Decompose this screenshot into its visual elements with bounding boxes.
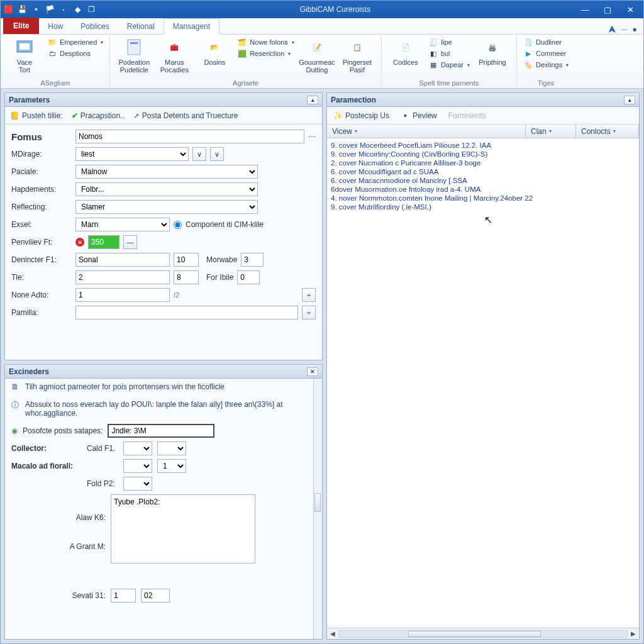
ribbon-reseriction-button[interactable]: 🟩Reseriction bbox=[237, 48, 294, 58]
macalo-select1[interactable] bbox=[123, 459, 152, 473]
morwabe-input[interactable] bbox=[241, 253, 264, 267]
close-panel-button[interactable]: ✕ bbox=[307, 367, 318, 376]
exsel-radio[interactable] bbox=[174, 221, 182, 229]
penviliev-input[interactable] bbox=[88, 235, 119, 249]
fomus-more-icon[interactable]: ⋯ bbox=[308, 132, 316, 141]
ribbon-gouurmeac-button[interactable]: 📝GouurmeacDutting bbox=[299, 37, 335, 74]
penviliev-label: Penviliev Ft: bbox=[11, 238, 72, 247]
collapse-button[interactable]: ▴ bbox=[624, 96, 635, 104]
paramtab-pusteh[interactable]: 📒Pusteh tillie: bbox=[10, 111, 63, 120]
paramtab-pracapstion[interactable]: ✔Pracapstion.. bbox=[72, 111, 125, 120]
forible-input[interactable] bbox=[237, 270, 260, 284]
ribbon-user-icon[interactable]: ⮝ bbox=[608, 25, 616, 34]
ribbon-tab-retional[interactable]: Retional bbox=[118, 19, 164, 34]
ribbon-desptions-button[interactable]: 🗀Desptions bbox=[47, 48, 103, 58]
excineders-scrollbar[interactable] bbox=[313, 379, 322, 639]
ribbon-dosins-button[interactable]: 📂Dosins bbox=[197, 37, 232, 66]
qat-dot-icon[interactable]: • bbox=[58, 4, 69, 14]
hapdements-label: Hapdements: bbox=[11, 185, 72, 194]
rtab-formnients[interactable]: Formnients bbox=[448, 111, 486, 120]
ribbon-vace-tort-button[interactable]: Vace Tort bbox=[7, 37, 42, 74]
check-icon: ✔ bbox=[72, 111, 78, 120]
ribbon-pingerset-button[interactable]: 📋PingersetPasif bbox=[340, 37, 375, 74]
rtab-peview[interactable]: ▪️Peview bbox=[401, 111, 437, 120]
scroll-left-icon[interactable]: ◀ bbox=[327, 630, 338, 637]
ribbon-min-icon[interactable]: — bbox=[621, 26, 627, 33]
ribbon-podeation-button[interactable]: PodeationPudeticle bbox=[116, 37, 152, 74]
denincter-input1[interactable] bbox=[75, 253, 170, 267]
horizontal-scrollbar[interactable]: ◀ ▶ bbox=[327, 628, 639, 639]
mdirage-select[interactable]: liest bbox=[75, 147, 189, 161]
sevati-input2[interactable] bbox=[141, 589, 170, 602]
list-item[interactable]: 6dover Musormation.oe fntoloay irad a-4.… bbox=[331, 185, 635, 194]
ribbon-marus-button[interactable]: 🧰MarusPocadies bbox=[157, 37, 192, 74]
qat-save-icon[interactable]: 💾 bbox=[17, 4, 27, 14]
ribbon-pripthing-button[interactable]: 🖨️Pripthing bbox=[475, 37, 510, 66]
tle-input1[interactable] bbox=[75, 270, 170, 284]
qat-flag-icon[interactable]: 🏳️ bbox=[45, 4, 55, 14]
penviliev-step[interactable]: — bbox=[123, 235, 137, 249]
list-item[interactable]: 6. cover Mcoudifligant ad c SUAA bbox=[331, 167, 635, 176]
column-headers: Vicew Clan Conlocts bbox=[327, 125, 639, 138]
ribbon-dudliner-button[interactable]: 🗒️Dudliner bbox=[523, 37, 569, 47]
results-list[interactable]: 9. covex Mocerbeed PocefLiam Piliouse 12… bbox=[327, 138, 639, 628]
pamilla-input[interactable] bbox=[75, 306, 298, 319]
cald-select1[interactable] bbox=[123, 441, 152, 455]
exsel-label: Exsel: bbox=[11, 220, 72, 229]
qat-doc-icon[interactable]: ▫️ bbox=[31, 4, 41, 14]
ribbon-codices-button[interactable]: 📄Codices bbox=[388, 37, 423, 66]
rtab-postecsip[interactable]: ✨Postecsip Us bbox=[333, 111, 389, 120]
excineders-header: Excineders ✕ bbox=[5, 365, 322, 379]
ribbon-emperiened-button[interactable]: 📁Emperiened bbox=[47, 37, 103, 47]
list-item[interactable]: 6. cover Macacnmodiore oi Manclny [.SSA bbox=[331, 176, 635, 185]
minimize-button[interactable]: — bbox=[574, 3, 596, 16]
close-button[interactable]: ✕ bbox=[619, 3, 641, 16]
ribbon-iipe-button[interactable]: 🧾Iipe bbox=[428, 37, 470, 47]
mdirage-extra2[interactable]: ∨ bbox=[210, 147, 224, 161]
denincter-input2[interactable] bbox=[174, 253, 199, 267]
ribbon-dexlings-button[interactable]: 🏷️Dexlings bbox=[523, 60, 569, 70]
ribbon-tab-file[interactable]: Elite bbox=[3, 18, 39, 34]
maximize-button[interactable]: ▢ bbox=[597, 3, 618, 16]
paciale-select[interactable]: Malnow bbox=[75, 165, 258, 179]
mdirage-extra1[interactable]: ∨ bbox=[192, 147, 206, 161]
scroll-right-icon[interactable]: ▶ bbox=[628, 630, 639, 637]
fold-select[interactable] bbox=[123, 477, 152, 491]
tle-input2[interactable] bbox=[174, 270, 199, 284]
ribbon-bul-button[interactable]: ◧bul bbox=[428, 48, 470, 58]
exsel-select[interactable]: Marn bbox=[75, 218, 170, 231]
col-vicew[interactable]: Vicew bbox=[327, 125, 526, 138]
ribbon-nowefolons-button[interactable]: 🗂️Nowe folons bbox=[237, 37, 294, 47]
play-icon: ▶ bbox=[523, 48, 533, 58]
reflecting-select[interactable]: Slamer bbox=[75, 200, 258, 214]
pamilla-step[interactable]: ÷ bbox=[302, 306, 316, 319]
ribbon-group-agriaete: PodeationPudeticle 🧰MarusPocadies 📂Dosin… bbox=[110, 35, 382, 88]
alaw-textarea[interactable]: Tyube .Plob2: bbox=[111, 494, 255, 564]
col-clan[interactable]: Clan bbox=[526, 125, 576, 138]
ribbon-tab-mansagent[interactable]: Mansagent bbox=[164, 18, 219, 35]
qat-copy-icon[interactable]: ❐ bbox=[86, 4, 96, 14]
ribbon-dapear-button[interactable]: ▦Dapear bbox=[428, 60, 470, 70]
fomus-input[interactable] bbox=[75, 130, 304, 143]
list-item[interactable]: 9. covex Mocerbeed PocefLiam Piliouse 12… bbox=[331, 141, 635, 150]
qat-gem-icon[interactable]: ◆ bbox=[72, 4, 82, 14]
list-item[interactable]: 9. cover Micoirliny:Coonting (Cin/Borlin… bbox=[331, 150, 635, 158]
paramtab-posta[interactable]: ➚Posta Detents and Truecture bbox=[133, 111, 238, 120]
ribbon-tab-poblices[interactable]: Poblices bbox=[72, 19, 118, 34]
cald-select2[interactable] bbox=[157, 441, 186, 455]
ribbon-commeer-button[interactable]: ▶Commeer bbox=[523, 48, 569, 58]
sevati-input1[interactable] bbox=[111, 589, 136, 602]
macalo-select2[interactable]: 1 bbox=[157, 459, 186, 473]
col-conlocts[interactable]: Conlocts bbox=[576, 125, 639, 138]
ribbon-help-icon[interactable]: ● bbox=[632, 25, 637, 34]
hapdements-select[interactable]: Folbr... bbox=[75, 182, 258, 196]
list-item[interactable]: 2. cover Nucmation c Puricanre Alliliser… bbox=[331, 158, 635, 167]
noneadto-step[interactable]: ÷ bbox=[302, 288, 316, 302]
collapse-button[interactable]: ▴ bbox=[307, 96, 318, 104]
list-item[interactable]: 9. cover Mutrilfiordiny (.le-MSI.) bbox=[331, 203, 635, 211]
ribbon-tab-how[interactable]: How bbox=[39, 19, 72, 34]
posofcte-input[interactable] bbox=[108, 424, 214, 438]
list-item[interactable]: 4. nover Normmoton.comten Inone Mailing … bbox=[331, 194, 635, 203]
scroll-thumb[interactable] bbox=[408, 631, 541, 637]
noneadto-input[interactable] bbox=[75, 288, 170, 302]
